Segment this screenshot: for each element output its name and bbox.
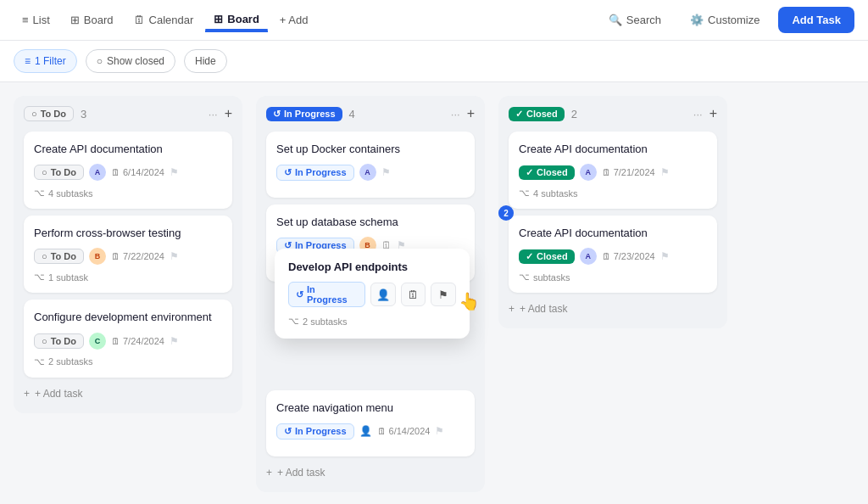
filter-button[interactable]: ≡ 1 Filter [14, 49, 77, 73]
popup-title: Develop API endpoints [288, 260, 456, 273]
card-inprogress-1-meta: ↺ In Progress A ⚑ [276, 164, 465, 181]
search-label: Search [626, 14, 661, 26]
search-button[interactable]: 🔍 Search [598, 8, 671, 31]
nav-list[interactable]: ≡ List [14, 8, 58, 31]
plus-icon: + [509, 303, 515, 315]
inprogress-more-icon[interactable]: ··· [451, 108, 460, 120]
card-todo-3-flag: ⚑ [170, 335, 179, 347]
card-todo-1-avatar: A [89, 164, 106, 181]
card-closed-1-title: Create API documentation [519, 142, 707, 157]
closed-add-icon[interactable]: + [709, 106, 717, 121]
circle-icon: ○ [42, 336, 47, 346]
card-closed-2-date-text: 7/23/2024 [614, 251, 655, 261]
board: ○ To Do 3 ··· + Create API documentation… [0, 82, 868, 504]
card-closed-1-subtasks: ⌥ 4 subtasks [519, 188, 707, 199]
card-closed-2[interactable]: 2 Create API documentation ✓ Closed A 🗓 … [509, 216, 717, 293]
popup-subtasks: ⌥ 2 subtasks [288, 316, 456, 327]
nav-board-active[interactable]: ⊞ Board [205, 8, 268, 32]
todo-add-icon[interactable]: + [225, 106, 232, 121]
card-inprogress-3-user: 👤 [359, 425, 372, 437]
calendar-icon: 🗓 [408, 288, 419, 301]
card-inprogress-3-badge: ↺ In Progress [276, 423, 354, 440]
card-todo-2-meta: ○ To Do B 🗓 7/22/2024 ⚑ [34, 248, 222, 265]
inprogress-header-right: ··· + [451, 106, 475, 121]
nav-add[interactable]: + Add [271, 8, 317, 31]
nav-board-1[interactable]: ⊞ Board [62, 8, 122, 31]
card-closed-2-subtask-text: subtasks [533, 272, 570, 283]
card-inprogress-3-status: In Progress [295, 426, 347, 436]
todo-more-icon[interactable]: ··· [209, 108, 218, 120]
nav-calendar[interactable]: 🗓 Calendar [125, 8, 203, 31]
card-closed-2-date: 🗓 7/23/2024 [602, 251, 655, 261]
check-icon: ✓ [526, 251, 533, 262]
customize-label: Customize [708, 14, 760, 26]
plus-icon: + [266, 467, 272, 479]
column-inprogress: ↺ In Progress 4 ··· + Set up Docker cont… [256, 96, 485, 492]
add-task-button[interactable]: Add Task [778, 7, 854, 33]
column-closed-header: ✓ Closed 2 ··· + [509, 106, 717, 121]
cursor-pointer-icon: 👆 [459, 291, 480, 311]
closed-header-right: ··· + [693, 106, 717, 121]
circle-icon: ○ [42, 167, 47, 177]
card-inprogress-1-flag: ⚑ [381, 166, 391, 178]
card-closed-2-badge: ✓ Closed [519, 249, 575, 264]
top-nav: ≡ List ⊞ Board 🗓 Calendar ⊞ Board + Add [0, 0, 868, 41]
check-icon: ✓ [515, 109, 523, 120]
card-inprogress-1[interactable]: Set up Docker containers ↺ In Progress A… [266, 132, 475, 198]
calendar-icon: 🗓 [111, 251, 120, 261]
todo-add-task-row[interactable]: + + Add task [24, 384, 232, 403]
card-inprogress-3-title: Create navigation menu [276, 400, 465, 416]
card-todo-1[interactable]: Create API documentation ○ To Do A 🗓 6/1… [24, 132, 232, 209]
customize-button[interactable]: ⚙️ Customize [680, 8, 770, 31]
closed-more-icon[interactable]: ··· [693, 108, 703, 120]
inprogress-icon: ↺ [284, 167, 292, 178]
closed-title-text: Closed [526, 109, 558, 119]
board-icon-active: ⊞ [214, 13, 223, 25]
card-closed-1[interactable]: Create API documentation ✓ Closed A 🗓 7/… [509, 132, 717, 209]
card-todo-1-meta: ○ To Do A 🗓 6/14/2024 ⚑ [34, 164, 222, 181]
hide-button[interactable]: Hide [184, 49, 227, 73]
card-closed-1-date: 🗓 7/21/2024 [602, 167, 655, 177]
card-closed-1-status: Closed [537, 167, 568, 177]
card-inprogress-3[interactable]: Create navigation menu ↺ In Progress 👤 🗓… [266, 390, 475, 456]
filter-label: 1 Filter [35, 55, 66, 67]
subtask-icon: ⌥ [519, 272, 530, 283]
inprogress-add-task-row[interactable]: + + Add task [266, 463, 475, 482]
inprogress-add-icon[interactable]: + [467, 106, 475, 121]
closed-count: 2 [571, 108, 577, 120]
card-inprogress-2[interactable]: Set up database schema ↺ In Progress B 🗓… [266, 204, 475, 282]
circle-icon: ○ [31, 109, 37, 119]
todo-count: 3 [81, 108, 86, 120]
inprogress-icon: ↺ [296, 289, 303, 300]
show-closed-button[interactable]: ○ Show closed [86, 49, 175, 73]
subtask-icon: ⌥ [34, 272, 45, 283]
card-todo-1-date: 🗓 6/14/2024 [111, 167, 164, 177]
card-todo-1-badge: ○ To Do [34, 165, 84, 180]
popup-flag-button[interactable]: ⚑ [431, 283, 456, 306]
card-todo-1-subtasks: ⌥ 4 subtasks [34, 188, 222, 199]
card-closed-1-subtask-text: 4 subtasks [533, 188, 578, 199]
todo-status-badge: ○ To Do [24, 106, 74, 121]
nav-right: 🔍 Search ⚙️ Customize Add Task [598, 7, 854, 33]
card-todo-1-title: Create API documentation [34, 142, 222, 157]
card-closed-2-avatar: A [580, 248, 597, 265]
card-todo-2-subtasks: ⌥ 1 subtask [34, 272, 222, 283]
check-icon: ✓ [526, 167, 533, 178]
popup-subtask-text: 2 subtasks [303, 316, 348, 327]
card-todo-3[interactable]: Configure development environment ○ To D… [24, 300, 232, 377]
nav-active-indicator [205, 29, 268, 31]
card-inprogress-3-date-text: 6/14/2024 [389, 426, 431, 436]
plus-icon: + [24, 388, 30, 400]
flag-icon: ⚑ [438, 288, 448, 301]
popup-calendar-button[interactable]: 🗓 [401, 283, 426, 306]
list-icon: ≡ [22, 14, 29, 26]
closed-add-task-row[interactable]: + + Add task [509, 300, 717, 318]
todo-header-right: ··· + [209, 106, 232, 121]
card-closed-1-flag: ⚑ [660, 166, 670, 178]
card-inprogress-3-flag: ⚑ [435, 425, 444, 437]
popup-assign-button[interactable]: 👤 [370, 283, 396, 306]
card-todo-2[interactable]: Perform cross-browser testing ○ To Do B … [24, 216, 232, 293]
card-inprogress-3-meta: ↺ In Progress 👤 🗓 6/14/2024 ⚑ [276, 423, 465, 440]
card-todo-3-meta: ○ To Do C 🗓 7/24/2024 ⚑ [34, 333, 222, 350]
nav-calendar-label: Calendar [149, 14, 194, 26]
